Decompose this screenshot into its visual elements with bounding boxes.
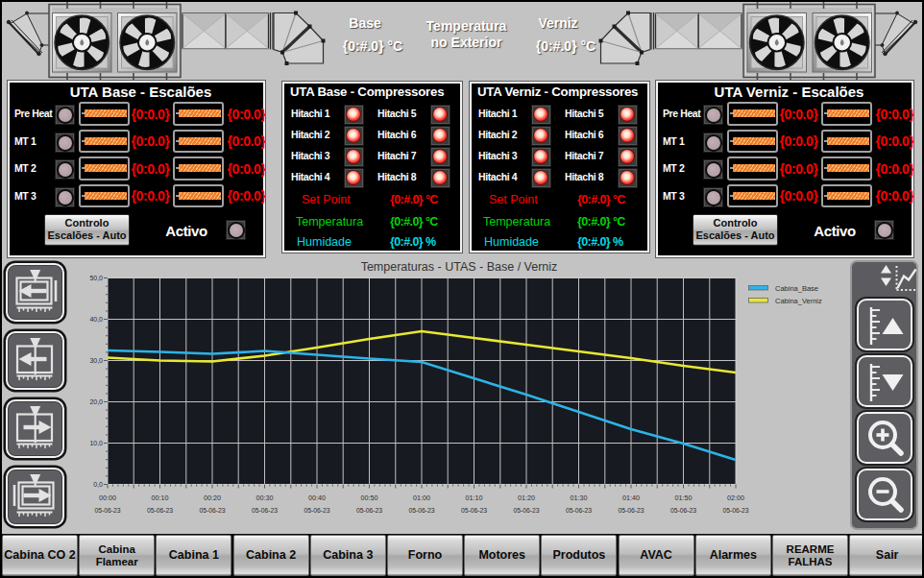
svg-text:05-06-23: 05-06-23 <box>304 507 329 514</box>
svg-text:00:40: 00:40 <box>308 494 326 502</box>
svg-text:01:20: 01:20 <box>518 494 535 502</box>
svg-text:40,0: 40,0 <box>89 316 103 323</box>
svg-text:01:10: 01:10 <box>466 494 483 502</box>
svg-text:50,0: 50,0 <box>89 275 103 281</box>
svg-text:01:50: 01:50 <box>675 494 693 502</box>
svg-text:05-06-23: 05-06-23 <box>566 507 592 514</box>
svg-text:05-06-23: 05-06-23 <box>513 507 539 514</box>
svg-text:10,0: 10,0 <box>89 440 103 446</box>
svg-text:05-06-23: 05-06-23 <box>94 507 120 514</box>
svg-text:05-06-23: 05-06-23 <box>356 507 382 514</box>
svg-text:01:00: 01:00 <box>413 494 430 502</box>
svg-text:Cabina_Base: Cabina_Base <box>775 284 818 293</box>
svg-text:00:50: 00:50 <box>361 494 378 502</box>
svg-text:05-06-23: 05-06-23 <box>722 507 748 514</box>
svg-text:00:20: 00:20 <box>204 494 221 502</box>
svg-text:Cabina_Verniz: Cabina_Verniz <box>775 297 822 305</box>
svg-text:01:30: 01:30 <box>571 494 588 502</box>
svg-text:05-06-23: 05-06-23 <box>199 507 225 514</box>
svg-text:30,0: 30,0 <box>89 357 103 364</box>
svg-text:00:30: 00:30 <box>256 494 274 502</box>
svg-text:Temperaturas - UTAS - Base / V: Temperaturas - UTAS - Base / Verniz <box>361 260 558 274</box>
svg-text:05-06-23: 05-06-23 <box>252 507 278 514</box>
svg-text:05-06-23: 05-06-23 <box>147 507 173 514</box>
svg-text:05-06-23: 05-06-23 <box>670 507 696 514</box>
svg-text:05-06-23: 05-06-23 <box>461 507 487 514</box>
svg-text:02:00: 02:00 <box>727 494 744 502</box>
svg-text:20,0: 20,0 <box>89 398 103 405</box>
svg-text:00:10: 00:10 <box>152 494 169 502</box>
svg-text:05-06-23: 05-06-23 <box>618 507 644 514</box>
svg-text:0,0: 0,0 <box>93 481 103 488</box>
svg-text:01:40: 01:40 <box>622 494 640 502</box>
svg-text:00:00: 00:00 <box>99 494 116 502</box>
svg-text:05-06-23: 05-06-23 <box>408 507 434 514</box>
